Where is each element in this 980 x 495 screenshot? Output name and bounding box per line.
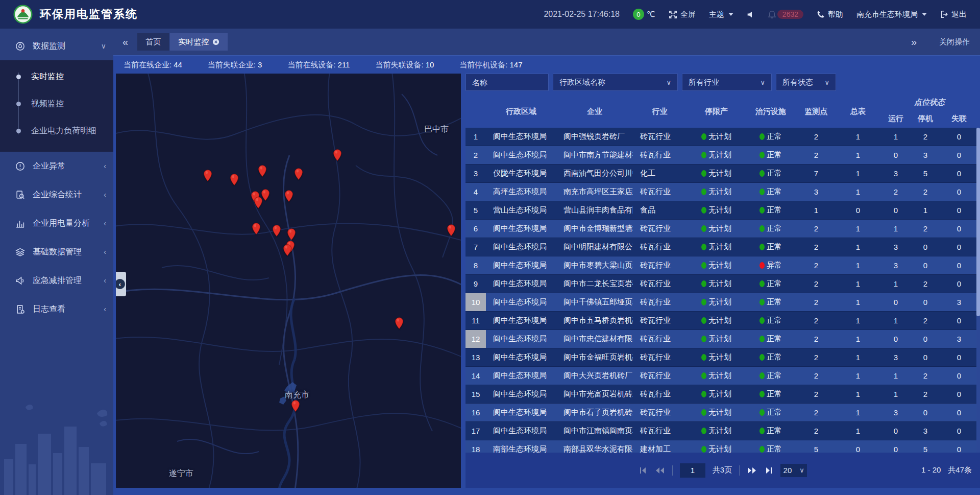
cell-facility-status: 正常 (746, 187, 795, 197)
tabs-scroll-left-button[interactable]: « (113, 36, 137, 48)
table-row[interactable]: 3仪陇生态环境局西南油气田分公司川中化工无计划正常71350 (465, 164, 980, 183)
tabs-scroll-right-button[interactable]: » (902, 36, 926, 48)
table-row[interactable]: 14阆中生态环境局阆中大兴页岩机砖厂砖瓦行业无计划正常21120 (465, 367, 980, 385)
cell-industry: 砖瓦行业 (633, 261, 687, 270)
map-marker-pin[interactable] (333, 149, 341, 161)
chevron-left-icon: ‹ (104, 162, 106, 170)
cell-limit-status: 无计划 (687, 150, 746, 160)
table-row[interactable]: 7阆中生态环境局阆中明阳建材有限公司砖瓦行业无计划正常21300 (465, 238, 980, 256)
status-dot-icon (760, 170, 765, 177)
map-marker-pin[interactable] (447, 224, 456, 237)
map-marker-pin[interactable] (203, 170, 212, 182)
cell-run: 0 (879, 206, 913, 215)
sidebar-item-base-data[interactable]: 基础数据管理‹ (0, 238, 113, 266)
sidebar-item-label: 企业用电量分析 (33, 218, 104, 229)
sidebar-subitem[interactable]: 视频监控 (0, 90, 113, 117)
last-page-button[interactable] (764, 466, 773, 475)
table-row[interactable]: 1阆中生态环境局阆中强锐页岩砖厂砖瓦行业无计划正常21120 (465, 128, 980, 146)
map-marker-pin[interactable] (254, 197, 263, 209)
page-size-select[interactable]: 20 ∨ (780, 464, 807, 477)
table-row[interactable]: 6阆中生态环境局阆中市金博瑞新型墙材砖瓦行业无计划正常21120 (465, 220, 980, 238)
cell-company: 阆中市二龙长宝页岩砖 (556, 279, 633, 289)
next-page-button[interactable] (747, 466, 757, 475)
table-scrollbar[interactable] (976, 128, 980, 453)
filter-bar: 行政区域名称 ∨ 所有行业 ∨ 所有状态 ∨ (465, 74, 980, 91)
sidebar-item-enterprise-stats[interactable]: 企业综合统计‹ (0, 180, 113, 209)
scrollbar-thumb[interactable] (976, 128, 980, 316)
map-marker-pin[interactable] (287, 228, 296, 241)
help-button[interactable]: 帮助 (817, 10, 843, 19)
map-view[interactable]: 巴中市南充市遂宁市 ‹ (116, 74, 461, 488)
prev-page-button[interactable] (655, 466, 665, 475)
industry-select[interactable]: 所有行业 ∨ (682, 74, 772, 91)
table-row[interactable]: 13阆中生态环境局阆中市金福旺页岩机砖砖瓦行业无计划正常21300 (465, 348, 980, 367)
status-dot-icon (701, 170, 706, 177)
table-row[interactable]: 2阆中生态环境局阆中市南方节能建材有砖瓦行业无计划正常21030 (465, 146, 980, 164)
table-row[interactable]: 9阆中生态环境局阆中市二龙长宝页岩砖砖瓦行业无计划正常21120 (465, 275, 980, 293)
cell-run: 0 (879, 298, 913, 307)
table-row[interactable]: 17阆中生态环境局阆中市江南镇阆南页岩砖瓦行业无计划正常21030 (465, 422, 980, 440)
table-row[interactable]: 5营山生态环境局营山县润丰肉食品有限食品无计划正常10010 (465, 201, 980, 220)
cell-meter: 1 (837, 427, 879, 435)
table-body: 1阆中生态环境局阆中强锐页岩砖厂砖瓦行业无计划正常211202阆中生态环境局阆中… (465, 128, 980, 456)
map-marker-pin[interactable] (395, 317, 403, 329)
table-row[interactable]: 8阆中生态环境局阆中市枣碧大梁山页岩砖瓦行业无计划异常21300 (465, 256, 980, 275)
tab-realtime-monitor[interactable]: 实时监控 (170, 33, 228, 51)
map-marker-pin[interactable] (230, 174, 238, 186)
map-collapse-button[interactable]: ‹ (116, 272, 126, 296)
logout-button[interactable]: 退出 (940, 10, 967, 19)
sidebar-item-logs[interactable]: 日志查看‹ (0, 295, 113, 323)
map-marker-pin[interactable] (284, 190, 293, 202)
table-row[interactable]: 10阆中生态环境局阆中千佛镇五郎垭页岩砖瓦行业无计划正常21003 (465, 293, 980, 312)
col-lost: 失联 (938, 109, 980, 128)
cell-run: 3 (879, 243, 913, 251)
fullscreen-button[interactable]: 全屏 (669, 10, 696, 19)
mute-button[interactable] (747, 11, 754, 18)
col-facility: 治污设施 (746, 95, 795, 128)
status-dot-icon (701, 207, 706, 214)
sidebar-item-data-monitor[interactable]: 数据监测∨ (0, 32, 113, 60)
org-dropdown[interactable]: 南充市生态环境局 (856, 10, 927, 19)
map-marker-pin[interactable] (258, 165, 267, 177)
first-page-button[interactable] (639, 466, 648, 475)
close-icon[interactable] (212, 38, 219, 45)
sidebar-subitem[interactable]: 实时监控 (0, 63, 113, 90)
cell-region: 阆中生态环境局 (486, 426, 556, 436)
map-marker-pin[interactable] (291, 400, 300, 412)
table-row[interactable]: 12阆中生态环境局阆中市忠信建材有限公砖瓦行业无计划正常21003 (465, 330, 980, 348)
row-index: 3 (465, 164, 486, 182)
page-number-input[interactable] (680, 463, 705, 478)
cell-points: 2 (795, 132, 837, 141)
stats-icon (15, 190, 26, 200)
cell-region: 阆中生态环境局 (486, 408, 556, 417)
cell-region: 营山生态环境局 (486, 205, 556, 215)
sidebar-item-power-analysis[interactable]: 企业用电量分析‹ (0, 209, 113, 238)
table-row[interactable]: 4高坪生态环境局南充市高坪区王家店建砖瓦行业无计划正常31220 (465, 183, 980, 201)
map-marker-pin[interactable] (295, 168, 303, 180)
tab-home[interactable]: 首页 (137, 33, 169, 51)
cell-run: 0 (879, 335, 913, 343)
table-row[interactable]: 11阆中生态环境局阆中市五马桥页岩机砖砖瓦行业无计划正常21120 (465, 312, 980, 330)
map-marker-pin[interactable] (283, 244, 291, 256)
sidebar-item-enterprise-abnormal[interactable]: 企业异常‹ (0, 152, 113, 180)
sidebar-item-emergency[interactable]: 应急减排管理‹ (0, 266, 113, 295)
sidebar-subitem[interactable]: 企业电力负荷明细 (0, 117, 113, 145)
map-marker-pin[interactable] (273, 225, 281, 237)
cell-stop: 0 (913, 261, 938, 270)
cell-run: 3 (879, 353, 913, 362)
name-search-input[interactable] (465, 74, 549, 91)
close-operations-button[interactable]: 关闭操作 (939, 37, 970, 47)
cell-points: 2 (795, 224, 837, 233)
col-stop: 停机 (913, 109, 938, 128)
sidebar-item-label: 企业综合统计 (33, 190, 104, 200)
notifications-button[interactable]: 2632 (768, 10, 803, 19)
table-row[interactable]: 15阆中生态环境局阆中市光富页岩机砖厂砖瓦行业无计划正常21120 (465, 385, 980, 404)
status-select[interactable]: 所有状态 ∨ (776, 74, 836, 91)
cell-points: 2 (795, 427, 837, 435)
theme-dropdown[interactable]: 主题 (709, 10, 733, 19)
status-dot-icon (701, 299, 706, 305)
table-row[interactable]: 16阆中生态环境局阆中市石子页岩机砖厂砖瓦行业无计划正常21300 (465, 404, 980, 422)
cell-points: 2 (795, 151, 837, 159)
map-marker-pin[interactable] (252, 223, 261, 235)
region-select[interactable]: 行政区域名称 ∨ (553, 74, 678, 91)
